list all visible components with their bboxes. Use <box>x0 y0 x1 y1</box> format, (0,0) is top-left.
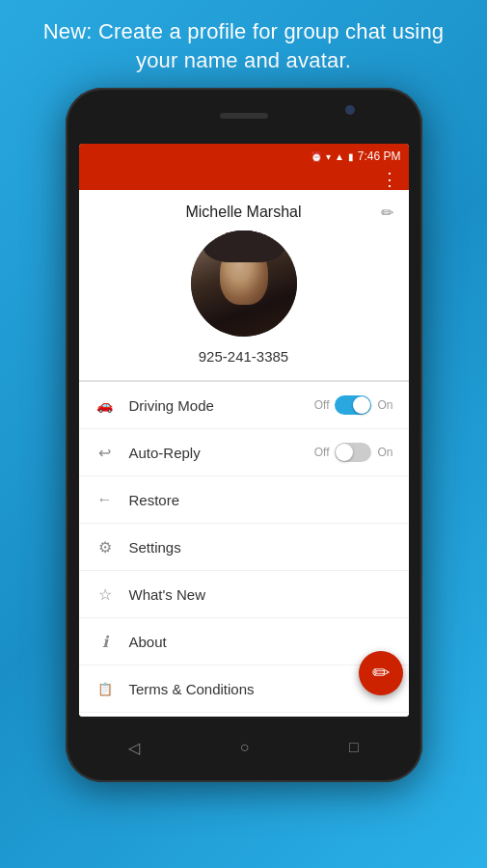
phone-camera <box>345 105 355 115</box>
auto-reply-on-label: On <box>377 446 392 459</box>
fab-button[interactable]: ✏ <box>359 651 403 695</box>
auto-reply-toggle[interactable]: Off On <box>314 443 393 462</box>
app-top-bar: ⋮ <box>79 169 409 190</box>
battery-icon: ▮ <box>348 151 354 162</box>
auto-reply-item[interactable]: Auto-Reply Off On <box>79 429 409 476</box>
driving-mode-label: Driving Mode <box>129 397 301 414</box>
star-icon <box>95 583 116 605</box>
status-icons: ⏰ ▾ ▲ ▮ <box>311 151 354 162</box>
about-item[interactable]: About <box>79 618 409 665</box>
terms-icon <box>95 678 116 699</box>
profile-section: Michelle Marshal ✏ 925-241-3385 <box>79 190 409 380</box>
status-time: 7:46 PM <box>358 149 401 163</box>
whats-new-item[interactable]: What's New <box>79 571 409 618</box>
phone-wrapper: ⏰ ▾ ▲ ▮ 7:46 PM ⋮ Michelle Marshal ✏ 925… <box>66 88 422 782</box>
avatar <box>191 231 297 337</box>
recent-button[interactable]: □ <box>349 739 359 756</box>
back-button[interactable]: ◁ <box>128 739 140 757</box>
auto-reply-label: Auto-Reply <box>129 445 301 461</box>
whats-new-label: What's New <box>129 586 393 603</box>
edit-profile-icon[interactable]: ✏ <box>381 203 393 222</box>
settings-icon <box>95 536 116 557</box>
home-button[interactable]: ○ <box>240 739 250 756</box>
overflow-menu-icon[interactable]: ⋮ <box>381 171 399 188</box>
driving-mode-toggle-thumb <box>353 396 370 414</box>
status-bar: ⏰ ▾ ▲ ▮ 7:46 PM <box>79 144 409 169</box>
phone-notch <box>220 113 268 119</box>
wifi-icon: ▾ <box>326 151 331 162</box>
settings-item[interactable]: Settings <box>79 524 409 571</box>
restore-label: Restore <box>129 492 393 508</box>
car-icon <box>95 394 116 416</box>
avatar-image <box>191 231 297 337</box>
phone-number: 925-241-3385 <box>199 348 288 365</box>
restore-item[interactable]: Restore <box>79 476 409 524</box>
restore-icon <box>95 489 116 510</box>
phone-navbar: ◁ ○ □ <box>79 726 409 769</box>
reply-icon <box>95 442 116 463</box>
signal-icon: ▲ <box>335 151 344 162</box>
terms-label: Terms & Conditions <box>129 681 393 697</box>
driving-mode-item[interactable]: Driving Mode Off On <box>79 382 409 429</box>
phone-screen: ⏰ ▾ ▲ ▮ 7:46 PM ⋮ Michelle Marshal ✏ 925… <box>79 144 409 717</box>
auto-reply-toggle-track[interactable] <box>335 443 371 462</box>
driving-mode-toggle[interactable]: Off On <box>314 395 393 415</box>
auto-reply-toggle-thumb <box>336 444 353 461</box>
privacy-item[interactable]: Privacy Policy <box>79 713 409 717</box>
announcement-bar: New: Create a profile for group chat usi… <box>0 0 487 88</box>
driving-mode-off-label: Off <box>314 398 330 412</box>
fab-edit-icon: ✏ <box>372 663 390 684</box>
about-label: About <box>129 634 393 650</box>
profile-name: Michelle Marshal <box>185 203 301 221</box>
settings-label: Settings <box>129 539 393 556</box>
driving-mode-toggle-track[interactable] <box>335 395 371 415</box>
driving-mode-on-label: On <box>377 398 392 412</box>
auto-reply-off-label: Off <box>314 446 330 459</box>
info-icon <box>95 631 116 652</box>
alarm-icon: ⏰ <box>311 151 322 162</box>
